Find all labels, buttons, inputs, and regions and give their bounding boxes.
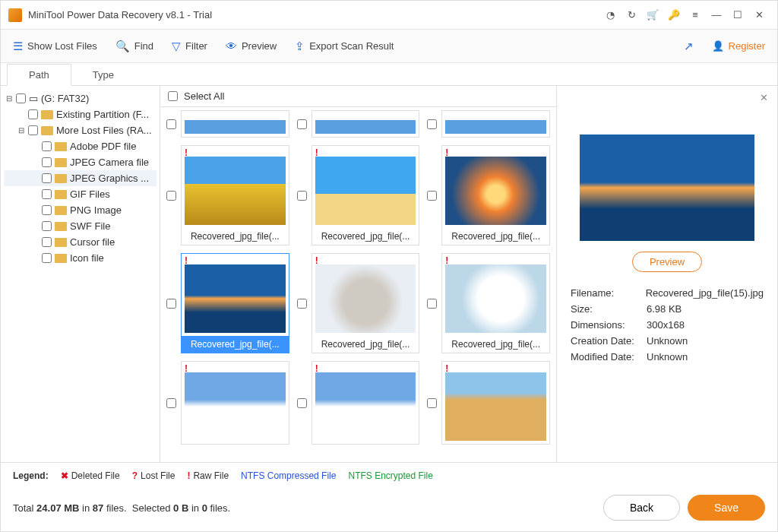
- thumbnail-checkbox[interactable]: [297, 299, 307, 309]
- close-preview-icon[interactable]: ✕: [760, 92, 768, 103]
- thumbnail-checkbox[interactable]: [297, 119, 307, 129]
- footer: Total 24.07 MB in 87 files. Selected 0 B…: [1, 489, 777, 531]
- thumbnail-cell[interactable]: ! Recovered_jpg_file(...: [166, 253, 289, 353]
- thumbnail-card[interactable]: [312, 110, 420, 138]
- thumbnail-card[interactable]: ! Recovered_jpg_file(...: [441, 145, 550, 245]
- main: ⊟ ▭ (G: FAT32) Existing Partition (F...⊟…: [1, 86, 777, 462]
- tree-label: GIF Files: [70, 188, 110, 200]
- thumbnail-cell[interactable]: ! Recovered_jpg_file(...: [166, 145, 289, 245]
- tree-checkbox[interactable]: [42, 253, 52, 263]
- thumbnail-cell[interactable]: [297, 110, 420, 138]
- tree-item[interactable]: GIF Files: [4, 186, 157, 202]
- tree-item[interactable]: JPEG Camera file: [4, 154, 157, 170]
- thumbnail-image: [315, 264, 416, 333]
- register-button[interactable]: 👤Register: [712, 40, 765, 52]
- preview-button[interactable]: 👁Preview: [226, 40, 277, 52]
- thumbnail-checkbox[interactable]: [297, 398, 307, 408]
- list-icon: ☰: [13, 40, 23, 53]
- app-icon: [8, 8, 22, 22]
- thumbnail-cell[interactable]: ! Recovered_jpg_file(...: [427, 145, 550, 245]
- thumbnail-checkbox[interactable]: [297, 191, 307, 201]
- thumbnail-cell[interactable]: ! Recovered_jpg_file(...: [297, 145, 420, 245]
- thumbnail-grid[interactable]: ! Recovered_jpg_file(... ! Recovered_jpg…: [160, 107, 556, 462]
- tree-item[interactable]: SWF File: [4, 218, 157, 234]
- tree-item[interactable]: Icon file: [4, 250, 157, 266]
- filter-button[interactable]: ▽Filter: [172, 40, 207, 53]
- gauge-icon[interactable]: ◔: [599, 5, 621, 26]
- thumbnail-checkbox[interactable]: [427, 191, 437, 201]
- tree-item[interactable]: PNG Image: [4, 202, 157, 218]
- thumbnail-card[interactable]: ! Recovered_jpg_file(...: [312, 145, 420, 245]
- folder-icon: [41, 110, 53, 119]
- thumbnail-cell[interactable]: ! Recovered_jpg_file(...: [297, 253, 420, 353]
- maximize-icon[interactable]: ☐: [727, 5, 748, 26]
- tree-checkbox[interactable]: [42, 173, 52, 183]
- thumbnail-cell[interactable]: ! Recovered_jpg_file(...: [427, 253, 550, 353]
- thumbnail-cell[interactable]: !: [166, 361, 289, 445]
- thumbnail-cell[interactable]: !: [427, 361, 550, 445]
- tree-checkbox[interactable]: [42, 221, 52, 231]
- thumbnail-checkbox[interactable]: [166, 191, 176, 201]
- thumbnail-checkbox[interactable]: [427, 119, 437, 129]
- thumbnail-cell[interactable]: [166, 110, 289, 138]
- tree-label: Adobe PDF file: [70, 141, 136, 152]
- preview-open-button[interactable]: Preview: [632, 252, 702, 272]
- thumbnail-card[interactable]: ! Recovered_jpg_file(...: [312, 253, 420, 353]
- tree-label: PNG Image: [70, 204, 122, 216]
- tree-item[interactable]: Existing Partition (F...: [4, 106, 157, 122]
- thumbnail-cell[interactable]: !: [297, 361, 420, 445]
- folder-icon: [55, 238, 67, 247]
- back-button[interactable]: Back: [603, 495, 680, 521]
- close-icon[interactable]: ✕: [748, 5, 770, 26]
- thumbnail-cell[interactable]: [427, 110, 550, 138]
- thumbnail-card[interactable]: !: [312, 361, 420, 445]
- tree-item[interactable]: JPEG Graphics ...: [4, 170, 157, 186]
- thumbnail-card[interactable]: !: [441, 361, 550, 445]
- tree-checkbox[interactable]: [28, 109, 38, 119]
- gallery-pane: Select All ! Recovered_jpg_file(... !: [160, 86, 557, 462]
- tree-root[interactable]: ⊟ ▭ (G: FAT32): [4, 90, 157, 106]
- share-button[interactable]: ↗: [684, 40, 694, 53]
- tree-checkbox[interactable]: [42, 205, 52, 215]
- refresh-icon[interactable]: ↻: [621, 5, 642, 26]
- tree-checkbox[interactable]: [42, 189, 52, 199]
- export-button[interactable]: ⇪Export Scan Result: [295, 40, 394, 53]
- thumbnail-card[interactable]: !: [181, 361, 289, 445]
- key-icon[interactable]: 🔑: [663, 5, 685, 26]
- cart-icon[interactable]: 🛒: [642, 5, 663, 26]
- show-lost-files-button[interactable]: ☰Show Lost Files: [13, 40, 97, 53]
- select-all-checkbox[interactable]: [168, 91, 178, 101]
- legend: Legend: ✖Deleted File ?Lost File !Raw Fi…: [1, 462, 777, 489]
- thumbnail-checkbox[interactable]: [166, 398, 176, 408]
- tab-path[interactable]: Path: [7, 64, 71, 86]
- menu-icon[interactable]: ≡: [685, 5, 706, 26]
- tree-checkbox[interactable]: [28, 125, 38, 135]
- find-button[interactable]: 🔍Find: [115, 40, 153, 53]
- thumbnail-card[interactable]: ! Recovered_jpg_file(...: [181, 145, 289, 245]
- tree-checkbox[interactable]: [42, 237, 52, 247]
- tree-item[interactable]: ⊟ More Lost Files (RA...: [4, 122, 157, 138]
- thumbnail-checkbox[interactable]: [427, 398, 437, 408]
- minimize-icon[interactable]: —: [706, 5, 727, 26]
- thumbnail-checkbox[interactable]: [166, 119, 176, 129]
- tab-type[interactable]: Type: [71, 65, 135, 85]
- thumbnail-image: [315, 111, 416, 134]
- raw-flag-icon: !: [312, 362, 419, 372]
- thumbnail-checkbox[interactable]: [427, 299, 437, 309]
- thumbnail-card[interactable]: ! Recovered_jpg_file(...: [441, 253, 550, 353]
- expand-icon[interactable]: ⊟: [17, 126, 25, 135]
- tree-item[interactable]: Adobe PDF file: [4, 138, 157, 154]
- tree-item[interactable]: Cursor file: [4, 234, 157, 250]
- thumbnail-caption: Recovered_jpg_file(...: [312, 336, 419, 353]
- tree-checkbox[interactable]: [42, 157, 52, 167]
- thumbnail-card[interactable]: [441, 110, 550, 138]
- save-button[interactable]: Save: [688, 495, 765, 521]
- thumbnail-card[interactable]: ! Recovered_jpg_file(...: [181, 253, 289, 353]
- tree-checkbox[interactable]: [42, 141, 52, 151]
- tree-checkbox[interactable]: [16, 93, 26, 103]
- thumbnail-card[interactable]: [181, 110, 289, 138]
- thumbnail-image: [315, 157, 416, 225]
- collapse-icon[interactable]: ⊟: [5, 94, 13, 103]
- thumbnail-checkbox[interactable]: [166, 299, 176, 309]
- status-text: Total 24.07 MB in 87 files. Selected 0 B…: [13, 502, 596, 514]
